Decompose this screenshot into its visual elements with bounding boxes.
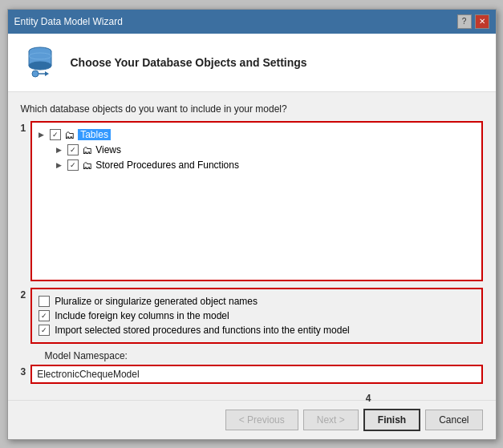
tree-label-storedprocs: Stored Procedures and Functions: [95, 159, 239, 171]
tree-item-storedprocs[interactable]: ▶ 🗂 Stored Procedures and Functions: [39, 158, 474, 173]
svg-point-2: [29, 62, 51, 70]
wizard-window: Entity Data Model Wizard ? ✕: [7, 9, 497, 440]
section3-container: Model Namespace: 3: [21, 350, 483, 384]
tree-label-views: Views: [95, 144, 121, 155]
header-title: Choose Your Database Objects and Setting…: [71, 56, 307, 69]
window-title: Entity Data Model Wizard: [14, 16, 123, 27]
checkbox-tables[interactable]: [50, 129, 61, 140]
title-bar: Entity Data Model Wizard ? ✕: [8, 10, 496, 34]
section3-number: 3: [21, 366, 26, 377]
expand-arrow-views[interactable]: ▶: [56, 146, 64, 154]
previous-button[interactable]: < Previous: [225, 410, 298, 430]
checkbox-pluralize[interactable]: [39, 296, 50, 307]
table-icon: 🗂: [64, 129, 75, 141]
namespace-label: Model Namespace:: [45, 350, 483, 361]
views-icon: 🗂: [82, 144, 92, 156]
database-icon: [21, 43, 59, 82]
title-controls: ? ✕: [457, 14, 489, 29]
checkbox-storedprocs[interactable]: [67, 159, 79, 171]
section2-number: 2: [21, 289, 26, 301]
option-row-importprocs: Import selected stored procedures and fu…: [39, 323, 474, 337]
header-area: Choose Your Database Objects and Setting…: [8, 34, 496, 92]
content-area: Which database objects do you want to in…: [8, 92, 496, 400]
svg-point-6: [32, 71, 39, 77]
finish-button[interactable]: Finish: [363, 409, 420, 431]
section1-container: 1 ▶ 🗂 Tables ▶ 🗂 Views ▶: [21, 121, 483, 281]
footer: 4 < Previous Next > Finish Cancel: [8, 400, 496, 439]
help-button[interactable]: ?: [457, 14, 472, 29]
namespace-input[interactable]: [30, 365, 482, 384]
section2-container: 2 Pluralize or singularize generated obj…: [21, 288, 483, 344]
tree-item-tables[interactable]: ▶ 🗂 Tables: [39, 127, 474, 143]
checkbox-foreignkey[interactable]: [39, 310, 50, 321]
expand-arrow-tables[interactable]: ▶: [39, 131, 47, 139]
next-button[interactable]: Next >: [303, 410, 359, 430]
section4-number: 4: [366, 393, 371, 404]
close-button[interactable]: ✕: [475, 14, 489, 29]
cancel-button[interactable]: Cancel: [425, 410, 482, 430]
option-label-foreignkey: Include foreign key columns in the model: [55, 310, 229, 321]
checkbox-views[interactable]: [67, 144, 79, 155]
options-box: Pluralize or singularize generated objec…: [30, 288, 482, 344]
tree-item-views[interactable]: ▶ 🗂 Views: [39, 143, 474, 158]
checkbox-importprocs[interactable]: [39, 325, 50, 336]
option-label-importprocs: Import selected stored procedures and fu…: [55, 325, 350, 336]
section1-question: Which database objects do you want to in…: [21, 103, 483, 115]
section1-number: 1: [21, 123, 26, 134]
tree-label-tables: Tables: [78, 129, 111, 140]
section3-row: 3: [21, 365, 483, 384]
expand-arrow-storedprocs[interactable]: ▶: [56, 161, 64, 169]
svg-marker-8: [45, 71, 49, 76]
option-row-foreignkey: Include foreign key columns in the model: [39, 309, 474, 323]
option-label-pluralize: Pluralize or singularize generated objec…: [55, 296, 258, 307]
tree-box: ▶ 🗂 Tables ▶ 🗂 Views ▶ 🗂 Store: [30, 121, 482, 281]
storedprocs-icon: 🗂: [82, 159, 92, 172]
option-row-pluralize: Pluralize or singularize generated objec…: [39, 294, 474, 309]
